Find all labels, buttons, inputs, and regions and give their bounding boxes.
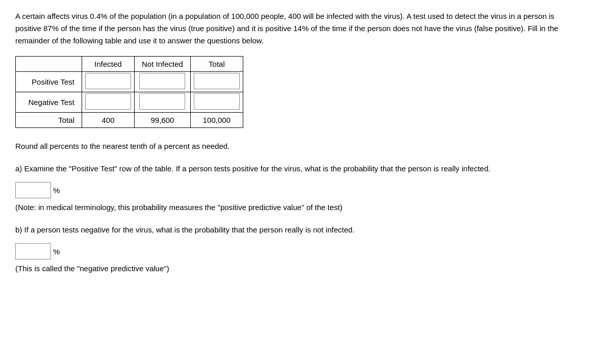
round-note-block: Round all percents to the nearest tenth … [15, 140, 597, 152]
table-row-total: Total 400 99,600 100,000 [16, 113, 243, 128]
question-b-percent: % [53, 247, 60, 256]
negative-total-input[interactable] [194, 93, 240, 110]
total-total-value: 100,000 [190, 113, 243, 128]
question-b-answer-row: % [15, 243, 597, 259]
table-header-empty [16, 57, 82, 72]
negative-test-label: Negative Test [16, 92, 82, 113]
table-row-negative: Negative Test [16, 92, 243, 113]
table-row-positive: Positive Test [16, 72, 243, 92]
question-b-note: (This is called the "negative predictive… [15, 263, 576, 275]
question-a-block: a) Examine the "Positive Test" row of th… [15, 163, 597, 214]
question-a-input[interactable] [15, 182, 51, 198]
question-b-text: b) If a person tests negative for the vi… [15, 224, 576, 236]
positive-total-input[interactable] [194, 73, 240, 89]
positive-test-label: Positive Test [16, 72, 82, 92]
frequency-table: Infected Not Infected Total Positive Tes… [15, 56, 243, 128]
negative-not-infected-input[interactable] [139, 93, 185, 110]
negative-not-infected-cell[interactable] [135, 92, 191, 113]
question-b-block: b) If a person tests negative for the vi… [15, 224, 597, 275]
table-header-total: Total [190, 57, 243, 72]
total-infected-value: 400 [82, 113, 135, 128]
positive-infected-cell[interactable] [82, 72, 135, 92]
question-a-note: (Note: in medical terminology, this prob… [15, 201, 576, 214]
table-header-infected: Infected [82, 57, 135, 72]
negative-total-cell[interactable] [190, 92, 243, 113]
question-a-text: a) Examine the "Positive Test" row of th… [15, 163, 576, 175]
positive-total-cell[interactable] [190, 72, 243, 92]
question-b-input[interactable] [15, 243, 51, 259]
table-header-not-infected: Not Infected [135, 57, 191, 72]
question-a-percent: % [53, 186, 60, 195]
positive-not-infected-input[interactable] [139, 73, 185, 89]
data-table-container: Infected Not Infected Total Positive Tes… [15, 56, 597, 128]
total-not-infected-value: 99,600 [135, 113, 191, 128]
negative-infected-cell[interactable] [82, 92, 135, 113]
total-label: Total [16, 113, 82, 128]
question-a-answer-row: % [15, 182, 597, 198]
negative-infected-input[interactable] [85, 93, 131, 110]
positive-infected-input[interactable] [85, 73, 131, 89]
intro-paragraph: A certain affects virus 0.4% of the popu… [15, 10, 576, 47]
positive-not-infected-cell[interactable] [135, 72, 191, 92]
round-note-text: Round all percents to the nearest tenth … [15, 140, 576, 152]
